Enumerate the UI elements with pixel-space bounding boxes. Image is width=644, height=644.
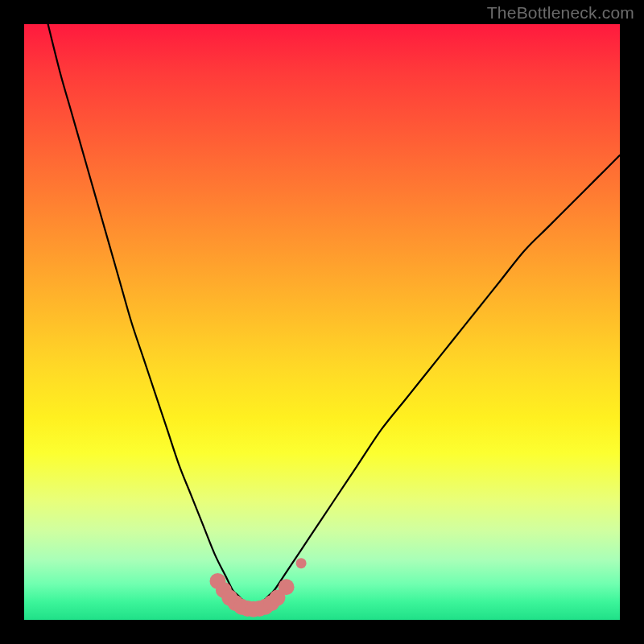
bottleneck-curve xyxy=(48,24,620,609)
watermark-text: TheBottleneck.com xyxy=(487,3,634,23)
plot-area xyxy=(24,24,620,620)
chart-frame: TheBottleneck.com xyxy=(0,0,644,644)
marker-dot xyxy=(296,558,307,568)
marker-dot xyxy=(279,579,295,595)
chart-overlay xyxy=(24,24,620,620)
curve-markers xyxy=(210,558,307,617)
